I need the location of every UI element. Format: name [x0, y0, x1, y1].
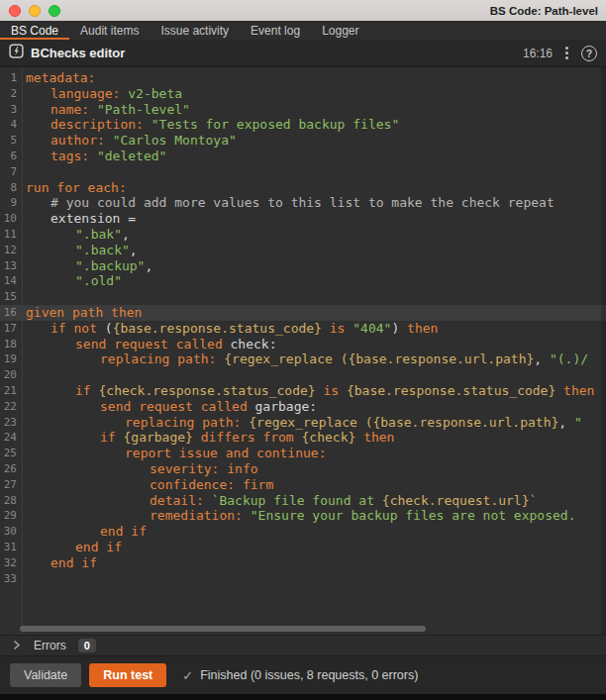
zoom-button[interactable] — [49, 5, 60, 17]
code-line-9[interactable]: 9# you could add more values to this lis… — [0, 195, 606, 211]
horizontal-scrollbar-thumb[interactable] — [20, 626, 426, 632]
code-line-2[interactable]: 2language: v2-beta — [0, 86, 606, 102]
line-number: 20 — [0, 367, 22, 383]
code-editor[interactable]: 1metadata:2language: v2-beta3name: "Path… — [0, 67, 606, 635]
chevron-right-icon[interactable] — [12, 637, 21, 654]
code-line-24[interactable]: 24if {garbage} differs from {check} then — [0, 430, 606, 446]
vertical-scrollbar-track[interactable] — [601, 67, 606, 635]
code-line-5[interactable]: 5author: "Carlos Montoya" — [0, 133, 606, 149]
window-bottom-edge — [0, 694, 606, 700]
code-line-21[interactable]: 21if {check.response.status_code} is {ba… — [0, 383, 606, 399]
code-line-19[interactable]: 19replacing path: {regex_replace ({base.… — [0, 351, 606, 367]
editor-header: BChecks editor 16:16 ? — [0, 40, 606, 67]
bchecks-editor-window: BS Code: Path-level BS CodeAudit itemsIs… — [0, 0, 606, 700]
code-line-14[interactable]: 14".old" — [0, 273, 606, 289]
code-line-1[interactable]: 1metadata: — [0, 70, 606, 86]
help-icon[interactable]: ? — [581, 46, 597, 61]
tab-issue-activity[interactable]: Issue activity — [150, 21, 240, 40]
code-text: report issue and continue: — [22, 446, 606, 461]
code-text: metadata: — [22, 70, 606, 86]
run-status: ✓ Finished (0 issues, 8 requests, 0 erro… — [182, 668, 418, 683]
line-number: 29 — [0, 508, 22, 524]
code-line-3[interactable]: 3name: "Path-level" — [0, 102, 606, 118]
errors-panel-header[interactable]: Errors 0 — [0, 635, 606, 656]
page-title: BChecks editor — [31, 46, 125, 60]
code-line-11[interactable]: 11".bak", — [0, 227, 606, 243]
validate-button[interactable]: Validate — [10, 663, 81, 687]
run-test-button[interactable]: Run test — [89, 663, 166, 687]
code-text: ".backup", — [22, 258, 606, 274]
line-number: 7 — [0, 164, 22, 180]
tab-event-log[interactable]: Event log — [240, 21, 311, 40]
tab-bs-code[interactable]: BS Code — [0, 21, 69, 40]
code-line-23[interactable]: 23replacing path: {regex_replace ({base.… — [0, 415, 606, 431]
line-number: 10 — [0, 211, 22, 227]
code-line-8[interactable]: 8run for each: — [0, 180, 606, 196]
line-number: 25 — [0, 446, 22, 461]
code-line-22[interactable]: 22send request called garbage: — [0, 399, 606, 415]
line-number: 6 — [0, 149, 22, 164]
line-number: 26 — [0, 461, 22, 477]
line-number: 13 — [0, 258, 22, 274]
line-number: 32 — [0, 555, 22, 571]
close-button[interactable] — [9, 5, 21, 17]
code-line-28[interactable]: 28detail: `Backup file found at {check.r… — [0, 493, 606, 509]
tab-logger[interactable]: Logger — [311, 21, 369, 40]
code-line-17[interactable]: 17if not ({base.response.status_code} is… — [0, 321, 606, 337]
line-number: 31 — [0, 540, 22, 555]
code-line-29[interactable]: 29remediation: "Ensure your backup files… — [0, 508, 606, 524]
check-icon: ✓ — [182, 668, 193, 683]
status-text: Finished (0 issues, 8 requests, 0 errors… — [200, 668, 418, 682]
code-line-31[interactable]: 31end if — [0, 540, 606, 555]
code-text: end if — [22, 555, 606, 571]
line-number: 1 — [0, 70, 22, 86]
code-line-15[interactable]: 15 — [0, 289, 606, 305]
code-line-32[interactable]: 32end if — [0, 555, 606, 571]
line-number: 14 — [0, 273, 22, 289]
code-line-25[interactable]: 25report issue and continue: — [0, 446, 606, 461]
line-number: 30 — [0, 524, 22, 540]
line-number: 22 — [0, 399, 22, 415]
code-line-26[interactable]: 26severity: info — [0, 461, 606, 477]
code-text: detail: `Backup file found at {check.req… — [22, 493, 606, 509]
code-text — [22, 164, 606, 180]
code-line-30[interactable]: 30end if — [0, 524, 606, 540]
code-text: replacing path: {regex_replace ({base.re… — [22, 351, 606, 367]
line-number: 33 — [0, 571, 22, 587]
code-line-7[interactable]: 7 — [0, 164, 606, 180]
code-line-18[interactable]: 18send request called check: — [0, 337, 606, 352]
header-actions: 16:16 ? — [523, 45, 597, 61]
traffic-lights — [0, 5, 60, 17]
code-line-27[interactable]: 27confidence: firm — [0, 477, 606, 493]
kebab-menu-icon[interactable] — [563, 45, 570, 61]
code-text: name: "Path-level" — [22, 102, 606, 118]
footer-toolbar: Validate Run test ✓ Finished (0 issues, … — [0, 656, 606, 694]
code-line-10[interactable]: 10extension = — [0, 211, 606, 227]
code-text: end if — [22, 524, 606, 540]
timer-value: 16:16 — [523, 47, 553, 60]
code-line-12[interactable]: 12".back", — [0, 243, 606, 258]
code-line-20[interactable]: 20 — [0, 367, 606, 383]
code-text: remediation: "Ensure your backup files a… — [22, 508, 606, 524]
code-line-33[interactable]: 33 — [0, 571, 606, 587]
code-line-13[interactable]: 13".backup", — [0, 258, 606, 274]
code-text: severity: info — [22, 461, 606, 477]
code-text: language: v2-beta — [22, 86, 606, 102]
code-text: description: "Tests for exposed backup f… — [22, 117, 606, 133]
code-text: confidence: firm — [22, 477, 606, 493]
line-number: 16 — [0, 305, 22, 321]
code-line-6[interactable]: 6tags: "deleted" — [0, 149, 606, 164]
code-text — [22, 571, 606, 587]
line-number: 27 — [0, 477, 22, 493]
tab-audit-items[interactable]: Audit items — [69, 21, 150, 40]
code-text: if not ({base.response.status_code} is "… — [22, 321, 606, 337]
code-line-16[interactable]: 16given path then — [0, 305, 606, 321]
titlebar: BS Code: Path-level — [0, 0, 606, 21]
line-number: 9 — [0, 195, 22, 211]
code-text: tags: "deleted" — [22, 149, 606, 164]
line-number: 15 — [0, 289, 22, 305]
window-title: BS Code: Path-level — [490, 5, 606, 17]
line-number: 4 — [0, 117, 22, 133]
code-line-4[interactable]: 4description: "Tests for exposed backup … — [0, 117, 606, 133]
minimize-button[interactable] — [29, 5, 41, 17]
